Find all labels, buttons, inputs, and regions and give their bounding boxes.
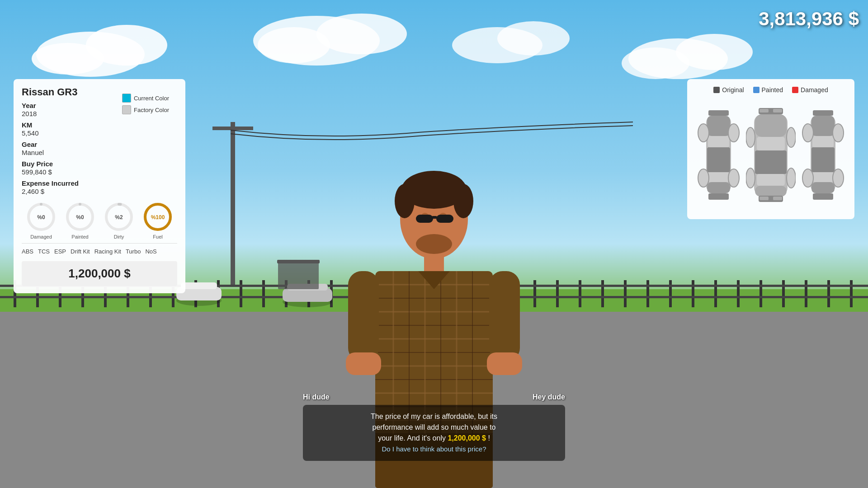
svg-point-138: [787, 168, 796, 188]
legend-painted: Painted: [753, 86, 783, 94]
svg-rect-35: [760, 280, 762, 307]
svg-rect-12: [240, 280, 242, 307]
svg-rect-134: [773, 197, 782, 200]
dialogue-container: Hi dude Hey dude The price of my car is …: [303, 393, 565, 461]
svg-rect-93: [348, 271, 379, 361]
svg-point-149: [833, 124, 844, 142]
dialogue-box: The price of my car is affordable, but i…: [303, 405, 565, 461]
svg-rect-39: [850, 280, 853, 307]
svg-rect-114: [708, 136, 729, 147]
svg-rect-50: [278, 262, 319, 289]
diagram-legend: Original Painted Damaged: [694, 86, 847, 94]
svg-rect-34: [737, 280, 740, 307]
legend-original-dot: [713, 87, 720, 93]
svg-rect-131: [755, 186, 787, 197]
car-diagram-center: [746, 103, 796, 207]
buy-price-label: Buy Price: [22, 160, 177, 168]
car-diagram-panel: Original Painted Damaged: [687, 79, 854, 219]
svg-rect-142: [812, 136, 834, 147]
dialogue-line3: your life. And it's only: [378, 434, 446, 442]
svg-rect-46: [181, 282, 217, 289]
svg-point-59: [497, 21, 570, 56]
svg-point-57: [258, 27, 330, 63]
svg-rect-26: [556, 280, 559, 307]
svg-text:%0: %0: [76, 214, 84, 221]
svg-rect-31: [669, 280, 672, 307]
svg-rect-113: [707, 116, 730, 136]
feature-racing: Racing Kit: [94, 248, 121, 255]
svg-rect-42: [231, 122, 235, 285]
svg-rect-130: [757, 174, 785, 186]
legend-original-label: Original: [722, 86, 744, 94]
svg-rect-111: [708, 110, 729, 116]
feature-tcs: TCS: [38, 248, 50, 255]
svg-point-150: [833, 169, 844, 187]
svg-rect-129: [755, 150, 787, 174]
svg-rect-30: [646, 280, 649, 307]
svg-rect-37: [805, 280, 807, 307]
svg-point-54: [32, 43, 104, 75]
speaker-right: Hey dude: [533, 393, 565, 401]
feature-drift: Drift Kit: [71, 248, 90, 255]
gear-label: Gear: [22, 141, 177, 148]
svg-rect-71: [432, 216, 437, 219]
svg-rect-51: [277, 260, 320, 263]
svg-rect-33: [714, 280, 717, 307]
features-row: ABS TCS ESP Drift Kit Racing Kit Turbo N…: [22, 243, 177, 255]
svg-rect-144: [812, 172, 834, 182]
car-info-panel: Rissan GR3 Current Color Factory Color Y…: [14, 79, 185, 293]
svg-rect-96: [487, 352, 522, 375]
svg-point-137: [746, 168, 755, 188]
dirty-label: Dirty: [114, 234, 124, 239]
svg-rect-95: [489, 271, 520, 361]
svg-rect-115: [707, 147, 730, 172]
factory-color-row: Factory Color: [122, 105, 169, 114]
svg-rect-116: [708, 172, 729, 182]
svg-rect-43: [212, 127, 253, 130]
factory-color-swatch: [122, 105, 131, 114]
feature-turbo: Turbo: [126, 248, 141, 255]
svg-point-148: [802, 169, 813, 187]
svg-rect-13: [262, 280, 265, 307]
km-value: 5,540: [22, 129, 177, 137]
svg-rect-125: [773, 109, 782, 113]
fuel-gauge-svg: %100: [142, 202, 173, 232]
svg-point-119: [698, 124, 709, 142]
svg-point-120: [698, 169, 709, 187]
svg-rect-145: [811, 182, 835, 193]
svg-rect-127: [755, 114, 787, 137]
factory-color-label: Factory Color: [134, 107, 169, 113]
svg-point-56: [316, 14, 407, 54]
damaged-gauge: %0 Damaged: [26, 202, 57, 239]
dialogue-line1: The price of my car is affordable, but i…: [371, 413, 497, 420]
dialogue-question: Do I have to think about this price?: [382, 445, 486, 453]
svg-rect-73: [424, 255, 444, 273]
expense-value: 2,460 $: [22, 188, 177, 195]
dialogue-line4: !: [488, 434, 490, 442]
gear-value: Manuel: [22, 149, 177, 156]
km-label: KM: [22, 121, 177, 129]
dialogue-highlight: 1,200,000 $: [448, 434, 486, 442]
svg-text:%100: %100: [151, 214, 165, 221]
svg-rect-139: [813, 110, 833, 116]
svg-rect-29: [624, 280, 627, 307]
svg-rect-133: [760, 197, 769, 200]
legend-damaged: Damaged: [792, 86, 828, 94]
painted-gauge: %0 Painted: [65, 202, 95, 239]
damaged-label: Damaged: [30, 234, 52, 239]
color-indicators: Current Color Factory Color: [122, 94, 169, 114]
legend-original: Original: [713, 86, 744, 94]
legend-painted-dot: [753, 87, 760, 93]
svg-rect-36: [782, 280, 785, 307]
svg-text:%2: %2: [115, 214, 123, 221]
svg-point-122: [728, 169, 739, 187]
svg-point-147: [802, 124, 813, 142]
speaker-left: Hi dude: [303, 393, 330, 402]
legend-painted-label: Painted: [762, 86, 783, 94]
current-color-row: Current Color: [122, 94, 169, 103]
car-diagrams: [694, 99, 847, 212]
svg-rect-124: [760, 109, 769, 113]
svg-point-135: [746, 127, 755, 147]
dirty-gauge-svg: %2: [104, 202, 134, 232]
svg-rect-70: [436, 215, 453, 223]
